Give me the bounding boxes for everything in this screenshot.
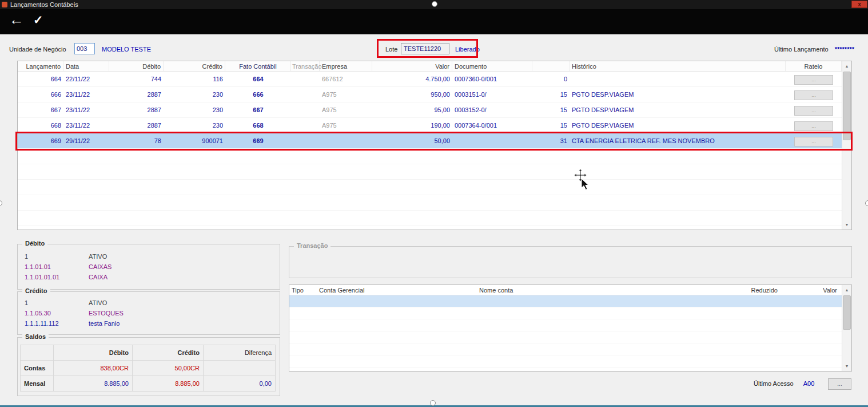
account-code: 1.1.01.01.01 xyxy=(25,272,89,282)
detail-row-empty xyxy=(289,307,842,319)
scroll-thumb[interactable] xyxy=(843,72,851,140)
entry-row-empty xyxy=(18,149,842,164)
scroll-down-icon[interactable]: ▼ xyxy=(842,220,851,230)
saldos-col-diferenca: Diferença xyxy=(204,345,276,361)
col-nome-conta[interactable]: Nome conta xyxy=(477,285,723,295)
col-data[interactable]: Data xyxy=(63,61,109,71)
col-tipo[interactable]: Tipo xyxy=(289,285,317,295)
cell-debito: 2887 xyxy=(109,118,164,133)
entry-row-664[interactable]: 66422/11/227441166646676124.750,00000736… xyxy=(18,72,842,87)
app-window: Lançamentos Contábeis x ← ✓ Unidade de N… xyxy=(0,0,868,407)
credit-groupbox-title: Crédito xyxy=(22,287,50,294)
cell-transacao xyxy=(291,133,320,148)
app-icon xyxy=(2,2,7,7)
debit-account-row: 1.1.01.01 CAIXAS xyxy=(18,262,280,272)
cell-transacao xyxy=(291,72,320,86)
cell-empresa: 667612 xyxy=(320,72,372,86)
col-rateio[interactable]: Rateio xyxy=(786,61,842,71)
col-conta-gerencial[interactable]: Conta Gerencial xyxy=(317,285,477,295)
cell-documento: 0007364-0/001 xyxy=(452,118,532,133)
lote-input[interactable] xyxy=(401,43,449,54)
scroll-up-icon[interactable]: ▲ xyxy=(842,285,851,295)
account-name: ESTOQUES xyxy=(89,308,124,318)
cell-transacao xyxy=(291,102,320,117)
lote-status: Liberado xyxy=(455,46,480,53)
cell-rateio: ... xyxy=(786,118,842,133)
rateio-button[interactable]: ... xyxy=(794,137,833,147)
cell-credito: 230 xyxy=(164,102,225,117)
scroll-thumb[interactable] xyxy=(843,295,851,330)
entries-scrollbar[interactable]: ▲ ▼ xyxy=(842,61,851,230)
col-lancamento[interactable]: Lançamento xyxy=(18,61,63,71)
rateio-button[interactable]: ... xyxy=(794,106,833,116)
entry-row-666[interactable]: 66623/11/222887230666A975950,000003151-0… xyxy=(18,87,842,102)
scroll-down-icon[interactable]: ▼ xyxy=(842,361,851,371)
detail-row-selected[interactable] xyxy=(289,295,842,307)
transacao-groupbox: Transação xyxy=(289,246,852,278)
last-entry-label: Último Lançamento xyxy=(774,46,829,53)
lote-label: Lote xyxy=(385,46,397,53)
saldos-mensal-debito: 8.885,00 xyxy=(54,376,133,392)
entry-row-667[interactable]: 66723/11/222887230667A97595,000003152-0/… xyxy=(18,102,842,118)
cell-fato: 664 xyxy=(225,72,291,86)
cell-hist_code: 15 xyxy=(532,102,570,117)
entry-row-empty xyxy=(18,211,842,226)
back-icon[interactable]: ← xyxy=(9,11,24,29)
entry-row-empty xyxy=(18,195,842,211)
cell-historico: CTA ENERGIA ELETRICA REF. MES NOVEMBRO xyxy=(570,133,786,148)
cell-lancamento: 664 xyxy=(18,72,63,86)
account-name: ATIVO xyxy=(89,298,107,308)
col-documento[interactable]: Documento xyxy=(452,61,532,71)
account-name: CAIXA xyxy=(89,272,107,282)
saldos-contas-credito: 50,00CR xyxy=(133,361,204,376)
cell-empresa: A975 xyxy=(320,87,372,102)
col-valor[interactable]: Valor xyxy=(780,285,842,295)
rateio-button[interactable]: ... xyxy=(794,90,833,100)
last-access: Último Acesso A00 xyxy=(754,380,814,387)
entries-table: Lançamento Data Débito Crédito Fato Cont… xyxy=(17,61,852,230)
saldos-groupbox: Saldos Débito Crédito Diferença Contas 8… xyxy=(17,337,280,396)
cell-debito: 2887 xyxy=(109,87,164,102)
col-transacao[interactable]: Transação xyxy=(291,61,320,71)
cell-hist_code: 15 xyxy=(532,118,570,133)
cell-credito: 900071 xyxy=(164,133,225,148)
account-name: testa Fanio xyxy=(89,318,120,329)
detail-row-empty xyxy=(289,319,842,331)
credit-groupbox: Crédito 1 ATIVO 1.1.05.30 ESTOQUES 1.1.1… xyxy=(17,291,280,335)
rateio-button[interactable]: ... xyxy=(794,121,833,131)
unit-code-input[interactable] xyxy=(74,43,95,54)
last-entry-value: ******** xyxy=(835,46,854,53)
cell-data: 29/11/22 xyxy=(63,133,109,148)
rateio-button[interactable]: ... xyxy=(794,75,833,85)
entry-row-empty xyxy=(18,164,842,180)
window-title: Lançamentos Contábeis xyxy=(10,1,78,8)
col-debito[interactable]: Débito xyxy=(109,61,164,71)
cell-historico: PGTO DESP.VIAGEM xyxy=(570,118,786,133)
cell-documento: 0003152-0/ xyxy=(452,102,532,117)
detail-scrollbar[interactable]: ▲ ▼ xyxy=(842,285,851,371)
cell-historico xyxy=(570,72,786,86)
confirm-icon[interactable]: ✓ xyxy=(33,13,43,27)
scroll-up-icon[interactable]: ▲ xyxy=(842,61,851,71)
entry-row-669[interactable]: 66929/11/227890007166950,0031CTA ENERGIA… xyxy=(18,133,842,149)
overlay-handle-bottom xyxy=(430,400,436,406)
col-historico-code[interactable] xyxy=(532,61,570,71)
close-button[interactable]: x xyxy=(851,1,867,8)
col-credito[interactable]: Crédito xyxy=(164,61,225,71)
cell-data: 22/11/22 xyxy=(63,72,109,86)
col-historico[interactable]: Histórico xyxy=(570,61,786,71)
account-code: 1.1.05.30 xyxy=(25,308,89,318)
col-empresa[interactable]: Empresa xyxy=(320,61,372,71)
col-reduzido[interactable]: Reduzido xyxy=(723,285,780,295)
col-valor[interactable]: Valor xyxy=(372,61,452,71)
cell-fato: 666 xyxy=(225,87,291,102)
detail-row-empty xyxy=(289,331,842,343)
entry-row-668[interactable]: 66823/11/222887230668A975190,000007364-0… xyxy=(18,118,842,133)
cell-hist_code: 31 xyxy=(532,133,570,148)
cell-fato: 668 xyxy=(225,118,291,133)
detail-table-header: Tipo Conta Gerencial Nome conta Reduzido… xyxy=(289,285,842,295)
col-fato-contabil[interactable]: Fato Contábil xyxy=(225,61,291,71)
saldos-mensal-credito: 8.885,00 xyxy=(133,376,204,392)
cell-data: 23/11/22 xyxy=(63,87,109,102)
last-access-browse-button[interactable]: ... xyxy=(828,378,851,390)
